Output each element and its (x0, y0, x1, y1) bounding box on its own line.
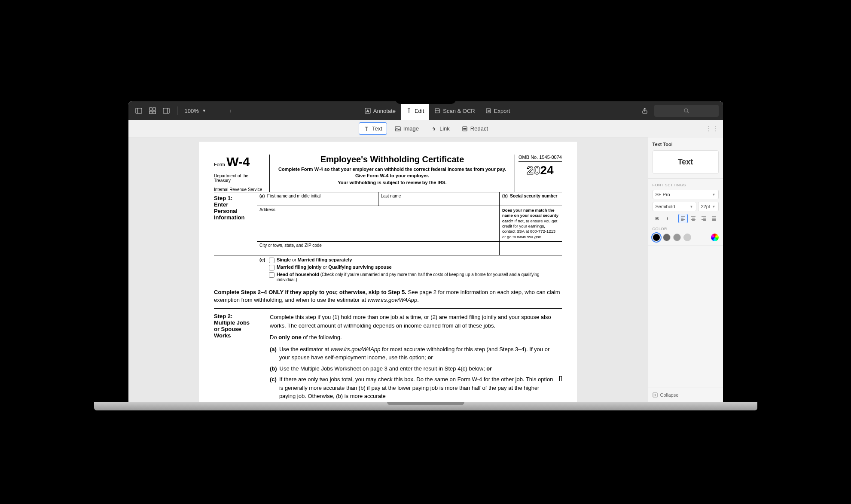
step2-only-one: Do only one of the following. (270, 333, 562, 342)
panel-icon[interactable] (160, 105, 172, 117)
color-black[interactable] (653, 234, 660, 241)
svg-rect-2 (149, 108, 152, 110)
tool-text[interactable]: Text (359, 122, 387, 135)
zoom-level[interactable]: 100% (185, 108, 199, 114)
svg-rect-6 (163, 108, 169, 113)
svg-rect-3 (153, 108, 156, 110)
form-subtitle-2: Give Form W-4 to your employer. (274, 173, 510, 179)
font-family-select[interactable]: SF Pro▼ (653, 190, 719, 199)
form-prefix: Form (214, 162, 225, 167)
svg-rect-4 (149, 111, 152, 114)
text-preview: Text (653, 150, 719, 174)
omb-number: OMB No. 1545-0074 (519, 155, 562, 162)
field-last-name[interactable]: Last name (378, 192, 500, 206)
tab-annotate[interactable]: A Annotate (360, 101, 401, 120)
field-address[interactable]: Address (257, 206, 500, 241)
color-picker-button[interactable] (711, 234, 719, 241)
collapse-icon (653, 392, 658, 398)
form-subtitle-3: Your withholding is subject to review by… (274, 179, 510, 186)
zoom-in-button[interactable]: + (224, 105, 236, 117)
tool-image[interactable]: Image (390, 123, 423, 134)
image-icon (395, 126, 401, 132)
toolbar-drag-handle[interactable]: ⋮⋮ (705, 124, 719, 133)
svg-rect-22 (464, 128, 466, 129)
filing-single[interactable]: Single or Married filing separately (269, 257, 559, 263)
step2-option-c: (c)If there are only two jobs total, you… (270, 375, 562, 401)
tab-export[interactable]: Export (480, 101, 515, 120)
top-toolbar: 100% ▼ − + A Annotate Edit Scan & OCR (128, 101, 723, 120)
tab-scan-ocr[interactable]: Scan & OCR (429, 101, 480, 120)
align-right-button[interactable] (699, 214, 708, 223)
svg-point-16 (684, 109, 688, 112)
w4-form-document: Form W-4 Department of the Treasury Inte… (199, 142, 577, 402)
thumbnails-icon[interactable] (146, 105, 159, 117)
instruction-steps-2-4: Complete Steps 2–4 ONLY if they apply to… (214, 284, 562, 309)
tab-edit[interactable]: Edit (401, 101, 429, 120)
form-title: Employee's Withholding Certificate (274, 155, 510, 164)
search-icon (683, 108, 689, 114)
svg-rect-0 (136, 108, 142, 113)
align-left-button[interactable] (678, 214, 688, 223)
search-input[interactable] (654, 105, 719, 117)
tool-redact[interactable]: Redact (458, 123, 492, 134)
align-center-button[interactable] (689, 214, 698, 223)
dept-line-2: Internal Revenue Service (214, 187, 266, 192)
redact-icon (462, 126, 468, 132)
ssn-note: Does your name match the name on your so… (500, 206, 562, 241)
svg-rect-39 (653, 393, 657, 397)
sidebar-title: Text Tool (653, 142, 719, 147)
svg-rect-20 (395, 127, 400, 131)
font-size-select[interactable]: 22pt▼ (698, 202, 719, 211)
step1c-prefix: (c) (257, 255, 266, 284)
properties-sidebar: Text Tool Text FONT SETTINGS SF Pro▼ Sem… (648, 137, 723, 402)
dept-line-1: Department of the Treasury (214, 173, 266, 183)
form-subtitle-1: Complete Form W-4 so that your employer … (274, 166, 510, 173)
chevron-down-icon: ▼ (712, 205, 716, 209)
zoom-out-button[interactable]: − (210, 105, 223, 117)
font-weight-select[interactable]: Semibold▼ (653, 202, 696, 211)
italic-button[interactable]: I (663, 214, 672, 223)
step2c-checkbox[interactable] (559, 376, 562, 381)
form-number: W-4 (226, 155, 250, 169)
color-label: COLOR (653, 227, 719, 231)
align-justify-button[interactable] (709, 214, 719, 223)
step1-label: Step 1: Enter Personal Information (214, 192, 257, 255)
step2-option-a: (a)Use the estimator at www.irs.gov/W4Ap… (270, 345, 562, 362)
edit-sub-toolbar: Text Image Link Redact ⋮⋮ (128, 120, 723, 137)
tool-link[interactable]: Link (427, 123, 454, 134)
svg-text:A: A (366, 109, 369, 113)
document-viewport[interactable]: Form W-4 Department of the Treasury Inte… (128, 137, 648, 402)
field-first-name[interactable]: (a) First name and middle initial (257, 192, 378, 206)
filing-married-jointly[interactable]: Married filing jointly or Qualifying sur… (269, 264, 559, 270)
share-icon[interactable] (639, 105, 651, 117)
form-year: 2024 (519, 164, 562, 177)
filing-head-household[interactable]: Head of household (Check only if you're … (269, 272, 559, 282)
color-gray[interactable] (673, 234, 681, 241)
svg-rect-5 (153, 111, 156, 114)
color-light-gray[interactable] (683, 234, 691, 241)
zoom-chevron-icon[interactable]: ▼ (202, 109, 206, 113)
chevron-down-icon: ▼ (712, 193, 716, 197)
link-icon (431, 126, 437, 132)
step2-intro: Complete this step if you (1) hold more … (270, 313, 562, 330)
field-city[interactable]: City or town, state, and ZIP code (257, 241, 500, 255)
field-ssn[interactable]: (b) Social security number (500, 192, 562, 206)
step2-option-b: (b)Use the Multiple Jobs Worksheet on pa… (270, 364, 562, 373)
svg-line-17 (687, 112, 689, 113)
text-icon (363, 126, 369, 132)
step2-label: Step 2: Multiple Jobs or Spouse Works (214, 313, 263, 402)
font-settings-label: FONT SETTINGS (653, 183, 719, 187)
collapse-sidebar-button[interactable]: Collapse (648, 388, 723, 402)
bold-button[interactable]: B (653, 214, 662, 223)
sidebar-toggle-icon[interactable] (133, 105, 145, 117)
color-dark-gray[interactable] (663, 234, 671, 241)
chevron-down-icon: ▼ (690, 205, 693, 209)
